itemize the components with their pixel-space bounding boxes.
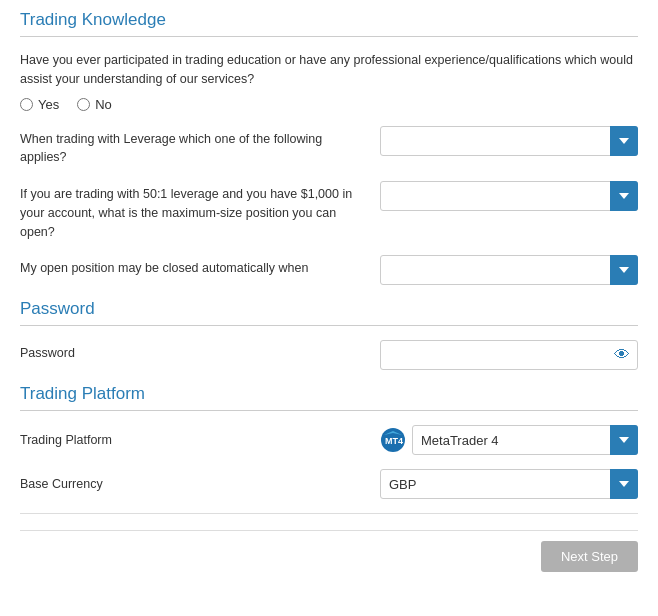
leverage-select-wrap: Option 1 Option 2	[380, 126, 638, 156]
platform-select-group: MT4 MetaTrader 4 MetaTrader 5	[380, 425, 638, 455]
trading-platform-title: Trading Platform	[20, 384, 638, 411]
auto-close-label: My open position may be closed automatic…	[20, 255, 380, 278]
next-step-button[interactable]: Next Step	[541, 541, 638, 572]
leverage-select[interactable]: Option 1 Option 2	[380, 126, 638, 156]
platform-select-wrap: MetaTrader 4 MetaTrader 5	[412, 425, 638, 455]
max-position-label: If you are trading with 50:1 leverage an…	[20, 181, 380, 241]
auto-close-select-wrap: Option 1 Option 2	[380, 255, 638, 285]
password-input[interactable]	[380, 340, 638, 370]
currency-row: Base Currency GBP USD EUR	[20, 469, 638, 499]
auto-close-select[interactable]: Option 1 Option 2	[380, 255, 638, 285]
footer-divider	[20, 513, 638, 514]
platform-select[interactable]: MetaTrader 4 MetaTrader 5	[412, 425, 638, 455]
platform-row: Trading Platform MT4 MetaTrader 4 MetaTr…	[20, 425, 638, 455]
password-input-wrap: 👁	[380, 340, 638, 370]
question1-text: Have you ever participated in trading ed…	[20, 51, 638, 89]
password-row: Password 👁	[20, 340, 638, 370]
auto-close-question-row: My open position may be closed automatic…	[20, 255, 638, 285]
leverage-question-row: When trading with Leverage which one of …	[20, 126, 638, 168]
eye-icon[interactable]: 👁	[614, 346, 630, 364]
svg-text:MT4: MT4	[385, 436, 403, 446]
currency-select[interactable]: GBP USD EUR	[380, 469, 638, 499]
max-position-select[interactable]: Option 1 Option 2	[380, 181, 638, 211]
password-label: Password	[20, 340, 380, 363]
currency-select-wrap: GBP USD EUR	[380, 469, 638, 499]
platform-label: Trading Platform	[20, 433, 380, 447]
yes-no-radio-group: Yes No	[20, 97, 638, 112]
footer: Next Step	[20, 530, 638, 572]
yes-radio[interactable]	[20, 98, 33, 111]
yes-label: Yes	[38, 97, 59, 112]
no-label: No	[95, 97, 112, 112]
max-position-question-row: If you are trading with 50:1 leverage an…	[20, 181, 638, 241]
currency-label: Base Currency	[20, 477, 380, 491]
no-radio[interactable]	[77, 98, 90, 111]
trading-knowledge-title: Trading Knowledge	[20, 10, 638, 37]
yes-radio-label[interactable]: Yes	[20, 97, 59, 112]
max-position-select-wrap: Option 1 Option 2	[380, 181, 638, 211]
mt4-logo-icon: MT4	[380, 427, 406, 453]
password-title: Password	[20, 299, 638, 326]
no-radio-label[interactable]: No	[77, 97, 112, 112]
leverage-label: When trading with Leverage which one of …	[20, 126, 380, 168]
